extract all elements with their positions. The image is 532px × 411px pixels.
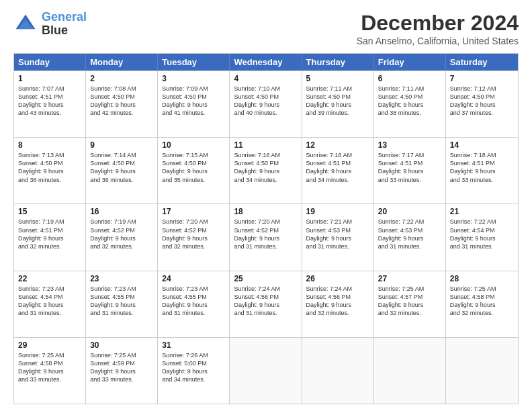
day-number: 29	[18, 340, 81, 350]
day-cell-22: 22Sunrise: 7:23 AM Sunset: 4:54 PM Dayli…	[14, 271, 86, 337]
header-day-thursday: Thursday	[302, 54, 374, 71]
day-cell-1: 1Sunrise: 7:07 AM Sunset: 4:51 PM Daylig…	[14, 71, 86, 137]
empty-cell	[446, 338, 518, 404]
day-info: Sunrise: 7:22 AM Sunset: 4:53 PM Dayligh…	[378, 218, 441, 250]
day-cell-16: 16Sunrise: 7:19 AM Sunset: 4:52 PM Dayli…	[86, 204, 158, 270]
day-info: Sunrise: 7:13 AM Sunset: 4:50 PM Dayligh…	[18, 151, 81, 184]
day-info: Sunrise: 7:08 AM Sunset: 4:50 PM Dayligh…	[90, 85, 153, 118]
page: General Blue December 2024 San Anselmo, …	[0, 0, 532, 411]
header-day-tuesday: Tuesday	[158, 54, 230, 71]
day-cell-28: 28Sunrise: 7:25 AM Sunset: 4:58 PM Dayli…	[446, 271, 518, 337]
day-cell-5: 5Sunrise: 7:11 AM Sunset: 4:50 PM Daylig…	[302, 71, 374, 137]
calendar-header: SundayMondayTuesdayWednesdayThursdayFrid…	[14, 54, 518, 71]
day-number: 23	[90, 274, 153, 283]
day-cell-14: 14Sunrise: 7:18 AM Sunset: 4:51 PM Dayli…	[446, 138, 518, 203]
logo-text: General Blue	[42, 11, 87, 38]
day-cell-15: 15Sunrise: 7:19 AM Sunset: 4:51 PM Dayli…	[14, 204, 86, 270]
day-number: 31	[162, 340, 225, 350]
day-number: 19	[306, 207, 369, 216]
day-info: Sunrise: 7:15 AM Sunset: 4:50 PM Dayligh…	[162, 151, 225, 184]
day-cell-17: 17Sunrise: 7:20 AM Sunset: 4:52 PM Dayli…	[158, 204, 230, 270]
day-cell-10: 10Sunrise: 7:15 AM Sunset: 4:50 PM Dayli…	[158, 138, 230, 203]
day-cell-8: 8Sunrise: 7:13 AM Sunset: 4:50 PM Daylig…	[14, 138, 86, 203]
day-cell-13: 13Sunrise: 7:17 AM Sunset: 4:51 PM Dayli…	[374, 138, 446, 203]
day-number: 1	[18, 74, 81, 83]
day-cell-26: 26Sunrise: 7:24 AM Sunset: 4:56 PM Dayli…	[302, 271, 374, 337]
day-info: Sunrise: 7:17 AM Sunset: 4:51 PM Dayligh…	[378, 151, 441, 184]
day-info: Sunrise: 7:12 AM Sunset: 4:50 PM Dayligh…	[450, 85, 514, 118]
day-info: Sunrise: 7:24 AM Sunset: 4:56 PM Dayligh…	[306, 285, 369, 318]
day-number: 14	[450, 140, 514, 150]
day-info: Sunrise: 7:19 AM Sunset: 4:52 PM Dayligh…	[90, 218, 153, 250]
day-cell-9: 9Sunrise: 7:14 AM Sunset: 4:50 PM Daylig…	[86, 138, 158, 203]
day-cell-3: 3Sunrise: 7:09 AM Sunset: 4:50 PM Daylig…	[158, 71, 230, 137]
main-title: December 2024	[357, 11, 519, 36]
empty-cell	[230, 338, 302, 404]
day-number: 16	[90, 207, 153, 216]
header-day-friday: Friday	[374, 54, 446, 71]
day-info: Sunrise: 7:11 AM Sunset: 4:50 PM Dayligh…	[306, 85, 369, 118]
day-info: Sunrise: 7:21 AM Sunset: 4:53 PM Dayligh…	[306, 218, 369, 250]
day-number: 18	[234, 207, 297, 216]
logo: General Blue	[13, 11, 87, 38]
empty-cell	[374, 338, 446, 404]
day-cell-12: 12Sunrise: 7:16 AM Sunset: 4:51 PM Dayli…	[302, 138, 374, 203]
day-number: 27	[378, 274, 441, 283]
day-number: 10	[162, 140, 225, 150]
day-info: Sunrise: 7:24 AM Sunset: 4:56 PM Dayligh…	[234, 285, 297, 318]
day-cell-6: 6Sunrise: 7:11 AM Sunset: 4:50 PM Daylig…	[374, 71, 446, 137]
day-number: 6	[378, 74, 441, 83]
calendar-row-1: 1Sunrise: 7:07 AM Sunset: 4:51 PM Daylig…	[14, 71, 518, 137]
day-cell-21: 21Sunrise: 7:22 AM Sunset: 4:54 PM Dayli…	[446, 204, 518, 270]
day-info: Sunrise: 7:25 AM Sunset: 4:59 PM Dayligh…	[90, 351, 153, 384]
day-info: Sunrise: 7:23 AM Sunset: 4:55 PM Dayligh…	[90, 285, 153, 318]
header-day-sunday: Sunday	[14, 54, 86, 71]
header-day-saturday: Saturday	[446, 54, 518, 71]
empty-cell	[302, 338, 374, 404]
calendar: SundayMondayTuesdayWednesdayThursdayFrid…	[13, 53, 519, 404]
day-cell-31: 31Sunrise: 7:26 AM Sunset: 5:00 PM Dayli…	[158, 338, 230, 404]
day-info: Sunrise: 7:10 AM Sunset: 4:50 PM Dayligh…	[234, 85, 297, 118]
logo-icon	[13, 12, 38, 36]
day-cell-20: 20Sunrise: 7:22 AM Sunset: 4:53 PM Dayli…	[374, 204, 446, 270]
day-number: 11	[234, 140, 297, 150]
day-info: Sunrise: 7:25 AM Sunset: 4:57 PM Dayligh…	[378, 285, 441, 318]
day-info: Sunrise: 7:11 AM Sunset: 4:50 PM Dayligh…	[378, 85, 441, 118]
calendar-body: 1Sunrise: 7:07 AM Sunset: 4:51 PM Daylig…	[14, 71, 518, 404]
day-cell-18: 18Sunrise: 7:20 AM Sunset: 4:52 PM Dayli…	[230, 204, 302, 270]
day-number: 30	[90, 340, 153, 350]
day-cell-19: 19Sunrise: 7:21 AM Sunset: 4:53 PM Dayli…	[302, 204, 374, 270]
day-number: 13	[378, 140, 441, 150]
day-number: 7	[450, 74, 514, 83]
day-cell-23: 23Sunrise: 7:23 AM Sunset: 4:55 PM Dayli…	[86, 271, 158, 337]
day-cell-2: 2Sunrise: 7:08 AM Sunset: 4:50 PM Daylig…	[86, 71, 158, 137]
day-info: Sunrise: 7:25 AM Sunset: 4:58 PM Dayligh…	[18, 351, 81, 384]
day-info: Sunrise: 7:16 AM Sunset: 4:51 PM Dayligh…	[306, 151, 369, 184]
day-number: 12	[306, 140, 369, 150]
day-info: Sunrise: 7:23 AM Sunset: 4:54 PM Dayligh…	[18, 285, 81, 318]
day-cell-11: 11Sunrise: 7:16 AM Sunset: 4:50 PM Dayli…	[230, 138, 302, 203]
day-info: Sunrise: 7:14 AM Sunset: 4:50 PM Dayligh…	[90, 151, 153, 184]
day-cell-30: 30Sunrise: 7:25 AM Sunset: 4:59 PM Dayli…	[86, 338, 158, 404]
day-number: 4	[234, 74, 297, 83]
day-info: Sunrise: 7:22 AM Sunset: 4:54 PM Dayligh…	[450, 218, 514, 250]
day-info: Sunrise: 7:23 AM Sunset: 4:55 PM Dayligh…	[162, 285, 225, 318]
day-info: Sunrise: 7:07 AM Sunset: 4:51 PM Dayligh…	[18, 85, 81, 118]
day-info: Sunrise: 7:26 AM Sunset: 5:00 PM Dayligh…	[162, 351, 225, 384]
calendar-row-5: 29Sunrise: 7:25 AM Sunset: 4:58 PM Dayli…	[14, 337, 518, 404]
header-day-monday: Monday	[86, 54, 158, 71]
day-cell-25: 25Sunrise: 7:24 AM Sunset: 4:56 PM Dayli…	[230, 271, 302, 337]
day-number: 22	[18, 274, 81, 283]
day-info: Sunrise: 7:20 AM Sunset: 4:52 PM Dayligh…	[234, 218, 297, 250]
day-number: 26	[306, 274, 369, 283]
day-number: 28	[450, 274, 514, 283]
day-number: 3	[162, 74, 225, 83]
calendar-row-4: 22Sunrise: 7:23 AM Sunset: 4:54 PM Dayli…	[14, 271, 518, 337]
day-info: Sunrise: 7:20 AM Sunset: 4:52 PM Dayligh…	[162, 218, 225, 250]
day-info: Sunrise: 7:18 AM Sunset: 4:51 PM Dayligh…	[450, 151, 514, 184]
day-info: Sunrise: 7:16 AM Sunset: 4:50 PM Dayligh…	[234, 151, 297, 184]
day-cell-7: 7Sunrise: 7:12 AM Sunset: 4:50 PM Daylig…	[446, 71, 518, 137]
day-cell-29: 29Sunrise: 7:25 AM Sunset: 4:58 PM Dayli…	[14, 338, 86, 404]
day-number: 9	[90, 140, 153, 150]
day-info: Sunrise: 7:25 AM Sunset: 4:58 PM Dayligh…	[450, 285, 514, 318]
